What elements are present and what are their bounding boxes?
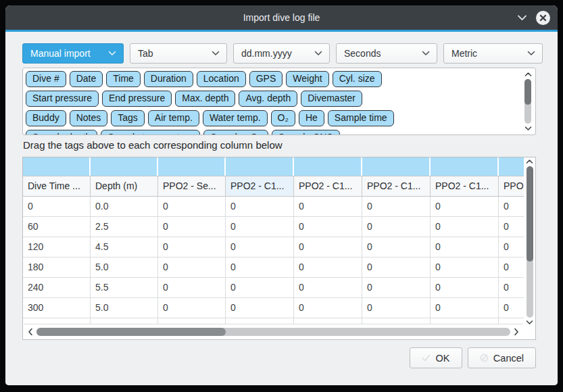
tag-weight[interactable]: Weight [286,71,328,87]
tag-sample-cns[interactable]: Sample CNS [272,130,340,135]
tag-buddy[interactable]: Buddy [26,110,66,126]
drop-target-cell[interactable] [294,157,362,176]
cancel-button[interactable]: Cancel [468,347,536,368]
table-cell: 5.5 [91,278,158,298]
scrollbar-track[interactable] [524,79,531,124]
table-row: 2405.5000000 [23,278,524,298]
table-cell: 0 [362,298,431,318]
table-cell: 300 [23,298,91,318]
tag-dive[interactable]: Dive # [26,71,66,87]
combobox-manual-import[interactable]: Manual import [22,43,124,64]
chevron-down-icon [108,51,116,56]
tag-notes[interactable]: Notes [70,110,108,126]
table-cell [294,318,362,324]
drop-target-cell[interactable] [499,157,524,176]
drop-target-cell[interactable] [226,157,294,176]
tag-o[interactable]: O₂ [271,110,295,126]
tag-gps[interactable]: GPS [249,71,283,87]
tags-scrollbar[interactable] [522,72,533,131]
check-icon [422,354,431,362]
table-vertical-scrollbar[interactable] [524,159,535,325]
drop-target-cell[interactable] [431,157,499,176]
scrollbar-thumb[interactable] [524,79,531,105]
drop-target-cell[interactable] [23,157,91,176]
table-cell: 0 [226,258,294,278]
cancel-circle-icon [480,353,489,362]
scrollbar-track[interactable] [527,166,533,318]
titlebar-chevron-down-icon[interactable] [517,14,527,21]
scrollbar-thumb[interactable] [36,328,226,336]
table-body: 00.0000000602.50000001204.50000001805.00… [23,197,524,324]
combobox-tab[interactable]: Tab [130,43,227,64]
scroll-down-icon[interactable] [524,126,532,131]
table-cell: 180 [23,258,91,278]
tag-air-temp[interactable]: Air temp. [148,110,199,126]
tag-duration[interactable]: Duration [144,71,193,87]
table-cell: 0 [158,278,226,298]
table-horizontal-scrollbar[interactable] [24,324,523,339]
column-header: PPO2 [499,176,524,196]
scrollbar-thumb[interactable] [527,166,533,262]
column-header: Dive Time ... [23,176,91,196]
ok-button-label: OK [435,353,449,364]
table-cell: 0 [294,217,362,237]
tags-rows: Dive #DateTimeDurationLocationGPSWeightC… [26,71,520,135]
ok-button[interactable]: OK [410,347,462,368]
cancel-button-label: Cancel [493,353,524,364]
table-cell [158,318,226,324]
close-icon[interactable] [536,11,550,25]
scroll-down-icon[interactable] [526,320,533,325]
column-header: PPO2 - Se... [158,176,226,196]
combobox-metric[interactable]: Metric [443,43,543,64]
table-cell: 4.5 [91,237,158,258]
tag-location[interactable]: Location [197,71,246,87]
table-cell [91,318,158,324]
drop-target-cell[interactable] [158,157,226,176]
tag-start-pressure[interactable]: Start pressure [26,91,99,107]
column-header: Depth (m) [91,176,158,196]
tag-date[interactable]: Date [70,71,103,87]
combobox-value: Seconds [344,48,381,59]
table-cell: 0 [431,278,499,298]
tag-he[interactable]: He [299,110,324,126]
tag-max-depth[interactable]: Max. depth [175,91,235,107]
combobox-dd-mm-yyyy[interactable]: dd.mm.yyyy [233,43,330,64]
table-row: 1805.0000000 [23,258,524,278]
chevron-down-icon [422,51,430,56]
titlebar[interactable]: Import dive log file [5,5,558,30]
table-cell: 0 [23,197,91,217]
tag-sample-time[interactable]: Sample time [328,110,394,126]
dialog-content: Manual importTabdd.mm.yyyySecondsMetric … [5,32,558,385]
tag-cyl-size[interactable]: Cyl. size [333,71,382,87]
tag-water-temp[interactable]: Water temp. [203,110,268,126]
combobox-seconds[interactable]: Seconds [336,43,437,64]
table-cell: 0 [226,298,294,318]
scroll-up-icon[interactable] [524,72,532,77]
tag-divemaster[interactable]: Divemaster [301,91,362,107]
drop-target-cell[interactable] [91,157,158,176]
tag-time[interactable]: Time [106,71,141,87]
column-header: PPO2 - C1... [294,176,362,196]
window-title: Import dive log file [5,12,558,23]
tag-sample-temperature[interactable]: Sample temperature [101,130,200,135]
drop-target-cell[interactable] [362,157,431,176]
table-cell: 0 [499,237,524,258]
tag-sample-depth[interactable]: Sample depth [26,130,97,135]
table-cell: 0 [158,298,226,318]
table-cell: 0 [226,278,294,298]
scroll-right-icon[interactable] [514,328,519,336]
table-cell: 0 [294,258,362,278]
tag-end-pressure[interactable]: End pressure [102,91,172,107]
tag-tags[interactable]: Tags [111,110,145,126]
dialog-buttons: OK Cancel [410,347,536,368]
table-row: 3005.0000000 [23,298,524,318]
table-cell: 0 [431,258,499,278]
scrollbar-track[interactable] [36,328,510,336]
tag-avg-depth[interactable]: Avg. depth [239,91,297,107]
combobox-value: Tab [138,48,153,59]
table-cell: 0 [362,258,431,278]
tag-sample-po[interactable]: Sample pO₂ [203,130,268,135]
scroll-left-icon[interactable] [28,328,33,336]
column-header: PPO2 - C1... [362,176,431,196]
scroll-up-icon[interactable] [526,159,533,164]
